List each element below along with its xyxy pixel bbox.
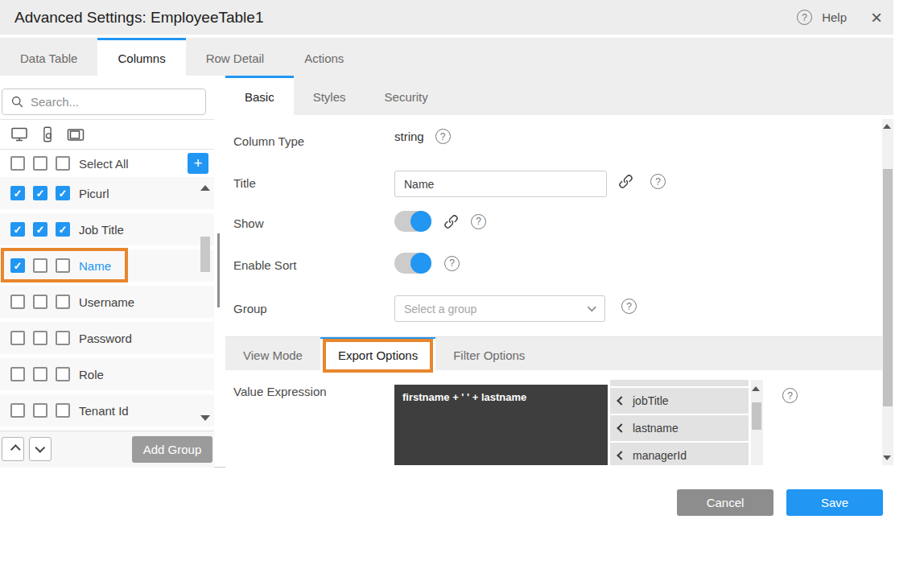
- desktop-icon[interactable]: [10, 125, 29, 144]
- group-select[interactable]: Select a group: [394, 295, 605, 322]
- field-item-jobtitle[interactable]: jobTitle: [610, 388, 749, 414]
- field-item-managerid[interactable]: managerId: [610, 443, 749, 465]
- column-list: PicurlJob TitleNameUsernamePasswordRoleT…: [0, 177, 214, 431]
- column-label: Job Title: [79, 223, 124, 237]
- add-column-button[interactable]: +: [188, 153, 208, 174]
- select-all-row[interactable]: Select All: [0, 150, 214, 177]
- checkbox[interactable]: [33, 258, 47, 273]
- subtab-label: View Mode: [243, 348, 303, 362]
- help-icon[interactable]: [782, 388, 798, 403]
- scroll-up-icon[interactable]: [883, 124, 891, 129]
- link-icon[interactable]: [443, 213, 460, 230]
- close-icon[interactable]: ×: [871, 8, 882, 27]
- checkbox[interactable]: [10, 222, 25, 237]
- show-toggle[interactable]: [394, 211, 431, 232]
- link-icon[interactable]: [617, 173, 634, 190]
- enable-sort-label: Enable Sort: [233, 258, 296, 272]
- checkbox[interactable]: [56, 331, 70, 345]
- panel-scrollbar[interactable]: [882, 119, 893, 465]
- column-row-username[interactable]: Username: [0, 286, 214, 318]
- scroll-up-icon[interactable]: [200, 185, 210, 191]
- tablet-icon[interactable]: [66, 125, 85, 144]
- checkbox[interactable]: [33, 367, 47, 381]
- checkbox[interactable]: [56, 156, 70, 171]
- column-type-label: Column Type: [233, 134, 304, 148]
- dialog-header: Advanced Settings: EmployeeTable1 Help ×: [0, 0, 893, 35]
- checkbox[interactable]: [56, 367, 70, 381]
- help-label[interactable]: Help: [822, 10, 847, 24]
- column-row-role[interactable]: Role: [0, 358, 214, 390]
- field-item-firstname[interactable]: firstname: [610, 380, 749, 386]
- tab-actions[interactable]: Actions: [284, 38, 364, 76]
- column-label: Password: [79, 332, 132, 345]
- column-label: Role: [79, 368, 104, 381]
- move-down-button[interactable]: [29, 437, 52, 461]
- checkbox[interactable]: [56, 222, 70, 237]
- subtab-export-options[interactable]: Export Options: [320, 337, 435, 371]
- field-list-scrollbar[interactable]: [751, 380, 763, 465]
- sidebar-bottom-bar: Add Group: [0, 431, 214, 468]
- search-box[interactable]: [2, 89, 206, 115]
- value-expression-editor[interactable]: firstname + ' ' + lastname: [394, 385, 608, 465]
- checkbox[interactable]: [10, 186, 25, 200]
- subtab-view-mode[interactable]: View Mode: [225, 337, 320, 371]
- field-list-scrollbar-thumb[interactable]: [752, 402, 761, 430]
- checkbox[interactable]: [56, 186, 70, 200]
- tab-basic[interactable]: Basic: [225, 76, 294, 115]
- column-row-tenant-id[interactable]: Tenant Id: [0, 394, 214, 427]
- subtab-filter-options[interactable]: Filter Options: [435, 337, 542, 371]
- help-icon[interactable]: [797, 10, 812, 25]
- checkbox[interactable]: [10, 295, 25, 309]
- checkbox[interactable]: [10, 156, 25, 171]
- checkbox[interactable]: [33, 186, 47, 200]
- search-input[interactable]: [31, 95, 184, 109]
- checkbox[interactable]: [33, 295, 47, 309]
- tab-data-table[interactable]: Data Table: [0, 38, 97, 76]
- field-item-label: jobTitle: [633, 394, 669, 407]
- title-input[interactable]: [394, 171, 607, 197]
- group-select-placeholder: Select a group: [404, 303, 589, 315]
- checkbox[interactable]: [56, 258, 70, 273]
- checkbox[interactable]: [10, 403, 25, 418]
- cancel-button[interactable]: Cancel: [677, 489, 773, 516]
- chevron-down-icon: [35, 443, 45, 453]
- help-icon[interactable]: [444, 256, 460, 271]
- scroll-down-icon[interactable]: [200, 415, 210, 421]
- column-row-job-title[interactable]: Job Title: [0, 213, 214, 245]
- move-up-button[interactable]: [2, 437, 24, 461]
- panel-scrollbar-thumb[interactable]: [883, 169, 893, 406]
- help-icon[interactable]: [435, 129, 451, 144]
- enable-sort-control-row: [394, 253, 460, 274]
- save-button[interactable]: Save: [786, 489, 883, 516]
- help-icon[interactable]: [650, 174, 666, 189]
- sidebar-outer-scrollbar[interactable]: [217, 233, 220, 307]
- title-label: Title: [233, 176, 256, 190]
- column-row-picurl[interactable]: Picurl: [0, 177, 214, 209]
- checkbox[interactable]: [56, 295, 70, 309]
- show-control-row: [394, 211, 486, 232]
- checkbox[interactable]: [33, 403, 47, 418]
- checkbox[interactable]: [10, 258, 25, 273]
- help-icon[interactable]: [471, 214, 486, 229]
- checkbox[interactable]: [33, 222, 47, 237]
- enable-sort-toggle[interactable]: [394, 253, 431, 274]
- help-icon[interactable]: [621, 299, 637, 314]
- column-row-name[interactable]: Name: [0, 249, 214, 282]
- checkbox[interactable]: [33, 156, 47, 171]
- scroll-down-icon[interactable]: [883, 455, 891, 460]
- checkbox[interactable]: [33, 331, 47, 345]
- column-row-password[interactable]: Password: [0, 322, 214, 354]
- field-item-lastname[interactable]: lastname: [610, 415, 749, 441]
- add-group-button[interactable]: Add Group: [132, 436, 212, 463]
- checkbox[interactable]: [10, 331, 25, 345]
- scroll-up-icon[interactable]: [752, 386, 760, 391]
- page: Advanced Settings: EmployeeTable1 Help ×…: [0, 0, 924, 577]
- checkbox[interactable]: [56, 403, 70, 418]
- mobile-icon[interactable]: [39, 125, 56, 144]
- tab-columns[interactable]: Columns: [97, 38, 185, 76]
- tab-styles[interactable]: Styles: [294, 76, 365, 115]
- tab-security[interactable]: Security: [365, 76, 448, 115]
- tab-row-detail[interactable]: Row Detail: [186, 38, 285, 76]
- sidebar-scrollbar-thumb[interactable]: [200, 237, 210, 272]
- checkbox[interactable]: [10, 367, 25, 381]
